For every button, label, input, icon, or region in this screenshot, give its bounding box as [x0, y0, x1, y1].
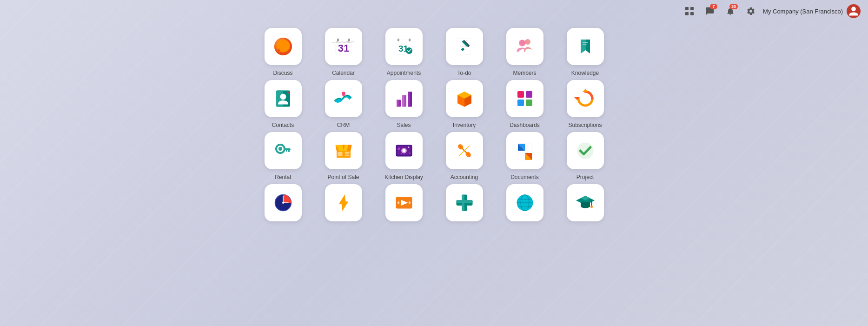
svg-rect-54 — [288, 149, 290, 152]
app-row-4 — [255, 184, 613, 226]
app-todo[interactable]: To-do — [437, 28, 492, 76]
app-subscriptions[interactable]: Subscriptions — [557, 80, 613, 128]
app-medic[interactable] — [437, 184, 492, 226]
svg-text:Sun Mon Tue Wed Thu: Sun Mon Tue Wed Thu — [332, 41, 355, 44]
svg-rect-58 — [345, 152, 349, 154]
app-row-1: Discuss 31 Sun Mon Tue Wed Thu Calendar — [255, 28, 613, 76]
accounting-label: Accounting — [451, 174, 478, 180]
app-members[interactable]: Members — [497, 28, 553, 76]
kitchen-icon-wrapper — [385, 132, 423, 169]
svg-point-52 — [278, 147, 282, 151]
svg-point-20 — [406, 47, 412, 54]
sales-label: Sales — [397, 122, 411, 128]
svg-rect-13 — [337, 39, 339, 41]
notifications-icon[interactable]: 30 — [722, 3, 739, 20]
svg-rect-46 — [526, 91, 532, 98]
messages-icon[interactable]: 7 — [702, 3, 718, 20]
sign-icon-wrapper — [325, 184, 362, 221]
company-selector[interactable]: My Company (San Francisco) — [763, 8, 843, 15]
documents-icon-wrapper — [506, 132, 543, 169]
app-row-2: Contacts CRM — [255, 80, 613, 128]
svg-rect-2 — [685, 12, 689, 15]
medic-icon-wrapper — [446, 184, 483, 221]
svg-rect-55 — [286, 149, 287, 152]
svg-text:31: 31 — [338, 42, 349, 54]
svg-point-29 — [520, 40, 526, 46]
svg-marker-49 — [583, 89, 588, 92]
rental-label: Rental — [275, 174, 291, 180]
pos-icon-wrapper — [325, 132, 362, 169]
svg-rect-38 — [397, 100, 399, 107]
inventory-icon-wrapper — [446, 80, 483, 117]
members-label: Members — [513, 70, 536, 76]
svg-rect-0 — [685, 7, 689, 10]
app-dashboards[interactable]: Dashboards — [497, 80, 553, 128]
app-contacts[interactable]: Contacts — [255, 80, 311, 128]
members-icon-wrapper — [506, 28, 543, 65]
app-calendar[interactable]: 31 Sun Mon Tue Wed Thu Calendar — [316, 28, 371, 76]
app-sales[interactable]: Sales — [376, 80, 432, 128]
apps-grid-icon[interactable] — [681, 3, 698, 20]
app-elearning2[interactable] — [557, 184, 613, 226]
app-knowledge[interactable]: Knowledge — [557, 28, 613, 76]
svg-rect-45 — [517, 91, 524, 98]
elearning-icon-wrapper — [506, 184, 543, 221]
app-inventory[interactable]: Inventory — [437, 80, 492, 128]
svg-point-67 — [409, 153, 410, 153]
sales-icon-wrapper — [385, 80, 423, 117]
svg-point-34 — [280, 94, 286, 100]
app-appointments[interactable]: 31 Appointments — [376, 28, 432, 76]
calendar-label: Calendar — [332, 70, 355, 76]
svg-rect-57 — [338, 152, 342, 156]
svg-rect-47 — [517, 100, 524, 106]
discuss-icon-wrapper — [265, 28, 302, 65]
svg-rect-91 — [456, 200, 472, 203]
settings-icon[interactable] — [742, 3, 759, 20]
svg-marker-83 — [339, 195, 348, 211]
app-project[interactable]: Project — [557, 132, 613, 180]
discuss-label: Discuss — [273, 70, 292, 76]
app-rental[interactable]: Rental — [255, 132, 311, 180]
svg-rect-40 — [408, 92, 410, 107]
app-sign[interactable] — [316, 184, 371, 226]
app-row-3: Rental Point of Sale — [255, 132, 613, 180]
appointments-icon-wrapper: 31 — [385, 28, 423, 65]
svg-point-66 — [408, 146, 409, 148]
dashboards-icon-wrapper — [506, 80, 543, 117]
svg-rect-59 — [345, 155, 349, 156]
calendar-icon-wrapper: 31 Sun Mon Tue Wed Thu — [325, 28, 362, 65]
dashboards-label: Dashboards — [510, 122, 540, 128]
svg-rect-14 — [348, 39, 350, 41]
inventory-label: Inventory — [453, 122, 476, 128]
app-elearning[interactable] — [497, 184, 553, 226]
svg-rect-17 — [409, 39, 411, 41]
subscriptions-label: Subscriptions — [568, 122, 602, 128]
messages-badge: 7 — [710, 4, 717, 9]
svg-point-100 — [590, 206, 593, 208]
app-discuss[interactable]: Discuss — [255, 28, 311, 76]
slides-icon-wrapper — [385, 184, 423, 221]
contacts-label: Contacts — [272, 122, 294, 128]
kitchen-label: Kitchen Display — [384, 174, 423, 180]
elearning2-icon-wrapper — [567, 184, 604, 221]
app-timeoff[interactable] — [255, 184, 311, 226]
app-pos[interactable]: Point of Sale — [316, 132, 371, 180]
pos-label: Point of Sale — [327, 174, 359, 180]
app-grid: Discuss 31 Sun Mon Tue Wed Thu Calendar — [0, 28, 868, 230]
svg-rect-31 — [583, 44, 587, 45]
documents-label: Documents — [510, 174, 539, 180]
crm-label: CRM — [337, 122, 350, 128]
svg-rect-1 — [690, 7, 694, 10]
subscriptions-icon-wrapper — [567, 80, 604, 117]
svg-rect-16 — [398, 39, 399, 41]
crm-icon-wrapper — [325, 80, 362, 117]
app-accounting[interactable]: Accounting — [437, 132, 492, 180]
app-documents[interactable]: Documents — [497, 132, 553, 180]
knowledge-icon-wrapper — [567, 28, 604, 65]
user-avatar[interactable] — [847, 4, 861, 18]
app-crm[interactable]: CRM — [316, 80, 371, 128]
app-kitchen[interactable]: Kitchen Display — [376, 132, 432, 180]
knowledge-label: Knowledge — [571, 70, 599, 76]
todo-label: To-do — [457, 70, 471, 76]
app-slides[interactable] — [376, 184, 432, 226]
